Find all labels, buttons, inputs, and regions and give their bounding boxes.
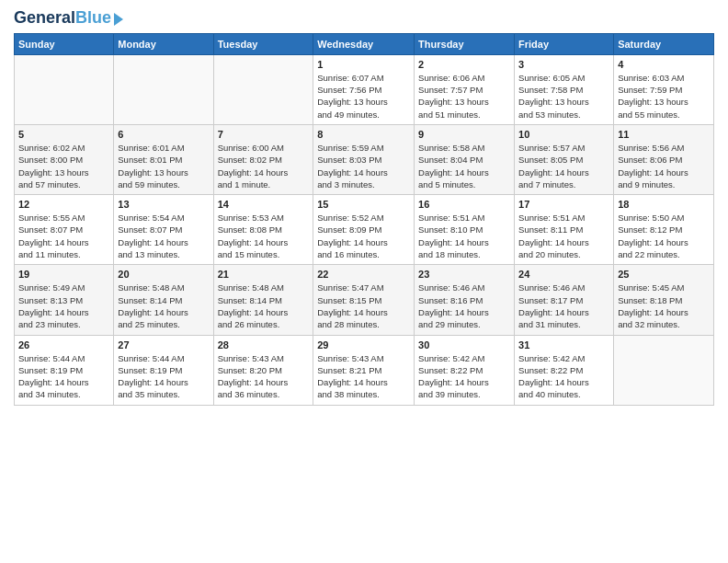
- calendar-header: SundayMondayTuesdayWednesdayThursdayFrid…: [15, 33, 714, 54]
- calendar-cell: 24Sunrise: 5:46 AM Sunset: 8:17 PM Dayli…: [515, 265, 614, 335]
- day-info: Sunrise: 6:01 AM Sunset: 8:01 PM Dayligh…: [118, 142, 209, 190]
- day-number: 8: [317, 129, 410, 140]
- calendar-cell: 14Sunrise: 5:53 AM Sunset: 8:08 PM Dayli…: [213, 195, 313, 265]
- day-info: Sunrise: 5:59 AM Sunset: 8:03 PM Dayligh…: [317, 142, 410, 190]
- day-number: 5: [18, 129, 109, 140]
- calendar-cell: [213, 54, 313, 124]
- page-header: GeneralBlue: [14, 9, 714, 28]
- day-info: Sunrise: 5:57 AM Sunset: 8:05 PM Dayligh…: [518, 142, 609, 190]
- day-number: 9: [418, 129, 510, 140]
- day-info: Sunrise: 6:05 AM Sunset: 7:58 PM Dayligh…: [518, 72, 609, 121]
- day-info: Sunrise: 5:42 AM Sunset: 8:22 PM Dayligh…: [518, 352, 609, 401]
- calendar-week-3: 12Sunrise: 5:55 AM Sunset: 8:07 PM Dayli…: [15, 195, 714, 265]
- day-number: 2: [418, 59, 510, 70]
- day-number: 28: [218, 339, 310, 350]
- calendar-week-2: 5Sunrise: 6:02 AM Sunset: 8:00 PM Daylig…: [15, 124, 714, 194]
- day-number: 31: [518, 339, 609, 350]
- day-number: 18: [618, 199, 710, 210]
- day-info: Sunrise: 5:48 AM Sunset: 8:14 PM Dayligh…: [218, 282, 310, 330]
- calendar-cell: 6Sunrise: 6:01 AM Sunset: 8:01 PM Daylig…: [114, 124, 213, 194]
- day-number: 27: [118, 339, 209, 350]
- day-info: Sunrise: 5:58 AM Sunset: 8:04 PM Dayligh…: [418, 142, 510, 190]
- weekday-header-friday: Friday: [515, 33, 614, 54]
- calendar-cell: 21Sunrise: 5:48 AM Sunset: 8:14 PM Dayli…: [213, 265, 313, 335]
- day-number: 21: [218, 269, 310, 280]
- calendar-cell: 18Sunrise: 5:50 AM Sunset: 8:12 PM Dayli…: [614, 195, 714, 265]
- day-info: Sunrise: 5:49 AM Sunset: 8:13 PM Dayligh…: [18, 282, 109, 330]
- calendar-cell: 11Sunrise: 5:56 AM Sunset: 8:06 PM Dayli…: [614, 124, 714, 194]
- calendar-cell: 26Sunrise: 5:44 AM Sunset: 8:19 PM Dayli…: [15, 335, 114, 405]
- calendar-week-1: 1Sunrise: 6:07 AM Sunset: 7:56 PM Daylig…: [15, 54, 714, 124]
- calendar-cell: 10Sunrise: 5:57 AM Sunset: 8:05 PM Dayli…: [515, 124, 614, 194]
- day-number: 14: [218, 199, 310, 210]
- day-number: 6: [118, 129, 209, 140]
- day-info: Sunrise: 5:53 AM Sunset: 8:08 PM Dayligh…: [218, 212, 310, 260]
- day-info: Sunrise: 5:44 AM Sunset: 8:19 PM Dayligh…: [118, 352, 209, 401]
- day-info: Sunrise: 5:48 AM Sunset: 8:14 PM Dayligh…: [118, 282, 209, 330]
- day-info: Sunrise: 5:52 AM Sunset: 8:09 PM Dayligh…: [317, 212, 410, 260]
- calendar-cell: 7Sunrise: 6:00 AM Sunset: 8:02 PM Daylig…: [213, 124, 313, 194]
- day-info: Sunrise: 5:55 AM Sunset: 8:07 PM Dayligh…: [18, 212, 109, 260]
- day-number: 24: [518, 269, 609, 280]
- day-number: 7: [218, 129, 310, 140]
- day-info: Sunrise: 6:02 AM Sunset: 8:00 PM Dayligh…: [18, 142, 109, 190]
- logo-arrow-icon: [114, 13, 123, 26]
- day-number: 17: [518, 199, 609, 210]
- day-info: Sunrise: 5:45 AM Sunset: 8:18 PM Dayligh…: [618, 282, 710, 330]
- day-info: Sunrise: 6:07 AM Sunset: 7:56 PM Dayligh…: [317, 72, 410, 121]
- calendar-cell: 4Sunrise: 6:03 AM Sunset: 7:59 PM Daylig…: [614, 54, 714, 124]
- day-number: 20: [118, 269, 209, 280]
- weekday-header-monday: Monday: [114, 33, 213, 54]
- calendar-cell: 22Sunrise: 5:47 AM Sunset: 8:15 PM Dayli…: [313, 265, 415, 335]
- day-number: 22: [317, 269, 410, 280]
- day-info: Sunrise: 5:50 AM Sunset: 8:12 PM Dayligh…: [618, 212, 710, 260]
- calendar-cell: 17Sunrise: 5:51 AM Sunset: 8:11 PM Dayli…: [515, 195, 614, 265]
- calendar-cell: 8Sunrise: 5:59 AM Sunset: 8:03 PM Daylig…: [313, 124, 415, 194]
- calendar-cell: 16Sunrise: 5:51 AM Sunset: 8:10 PM Dayli…: [415, 195, 515, 265]
- day-number: 16: [418, 199, 510, 210]
- calendar-cell: 9Sunrise: 5:58 AM Sunset: 8:04 PM Daylig…: [415, 124, 515, 194]
- calendar-table: SundayMondayTuesdayWednesdayThursdayFrid…: [14, 33, 714, 406]
- day-number: 29: [317, 339, 410, 350]
- weekday-header-saturday: Saturday: [614, 33, 714, 54]
- day-number: 25: [618, 269, 710, 280]
- day-number: 3: [518, 59, 609, 70]
- calendar-cell: 19Sunrise: 5:49 AM Sunset: 8:13 PM Dayli…: [15, 265, 114, 335]
- calendar-week-4: 19Sunrise: 5:49 AM Sunset: 8:13 PM Dayli…: [15, 265, 714, 335]
- calendar-cell: 5Sunrise: 6:02 AM Sunset: 8:00 PM Daylig…: [15, 124, 114, 194]
- day-number: 30: [418, 339, 510, 350]
- logo-text: GeneralBlue: [14, 9, 111, 28]
- day-info: Sunrise: 5:54 AM Sunset: 8:07 PM Dayligh…: [118, 212, 209, 260]
- weekday-header-sunday: Sunday: [15, 33, 114, 54]
- day-number: 13: [118, 199, 209, 210]
- day-info: Sunrise: 5:44 AM Sunset: 8:19 PM Dayligh…: [18, 352, 109, 401]
- day-info: Sunrise: 5:51 AM Sunset: 8:10 PM Dayligh…: [418, 212, 510, 260]
- day-info: Sunrise: 6:03 AM Sunset: 7:59 PM Dayligh…: [618, 72, 710, 121]
- day-info: Sunrise: 6:00 AM Sunset: 8:02 PM Dayligh…: [218, 142, 310, 190]
- calendar-cell: 1Sunrise: 6:07 AM Sunset: 7:56 PM Daylig…: [313, 54, 415, 124]
- weekday-header-wednesday: Wednesday: [313, 33, 415, 54]
- day-number: 4: [618, 59, 710, 70]
- day-info: Sunrise: 5:46 AM Sunset: 8:16 PM Dayligh…: [418, 282, 510, 330]
- day-number: 10: [518, 129, 609, 140]
- weekday-header-thursday: Thursday: [415, 33, 515, 54]
- logo: GeneralBlue: [14, 9, 123, 28]
- calendar-cell: 23Sunrise: 5:46 AM Sunset: 8:16 PM Dayli…: [415, 265, 515, 335]
- day-number: 19: [18, 269, 109, 280]
- calendar-cell: [614, 335, 714, 405]
- calendar-cell: [114, 54, 213, 124]
- calendar-cell: 20Sunrise: 5:48 AM Sunset: 8:14 PM Dayli…: [114, 265, 213, 335]
- calendar-cell: 3Sunrise: 6:05 AM Sunset: 7:58 PM Daylig…: [515, 54, 614, 124]
- weekday-header-tuesday: Tuesday: [213, 33, 313, 54]
- day-info: Sunrise: 5:56 AM Sunset: 8:06 PM Dayligh…: [618, 142, 710, 190]
- day-info: Sunrise: 6:06 AM Sunset: 7:57 PM Dayligh…: [418, 72, 510, 121]
- calendar-cell: 13Sunrise: 5:54 AM Sunset: 8:07 PM Dayli…: [114, 195, 213, 265]
- day-number: 26: [18, 339, 109, 350]
- calendar-cell: 27Sunrise: 5:44 AM Sunset: 8:19 PM Dayli…: [114, 335, 213, 405]
- calendar-cell: 12Sunrise: 5:55 AM Sunset: 8:07 PM Dayli…: [15, 195, 114, 265]
- day-number: 15: [317, 199, 410, 210]
- calendar-cell: 2Sunrise: 6:06 AM Sunset: 7:57 PM Daylig…: [415, 54, 515, 124]
- day-info: Sunrise: 5:46 AM Sunset: 8:17 PM Dayligh…: [518, 282, 609, 330]
- calendar-cell: 15Sunrise: 5:52 AM Sunset: 8:09 PM Dayli…: [313, 195, 415, 265]
- calendar-cell: 30Sunrise: 5:42 AM Sunset: 8:22 PM Dayli…: [415, 335, 515, 405]
